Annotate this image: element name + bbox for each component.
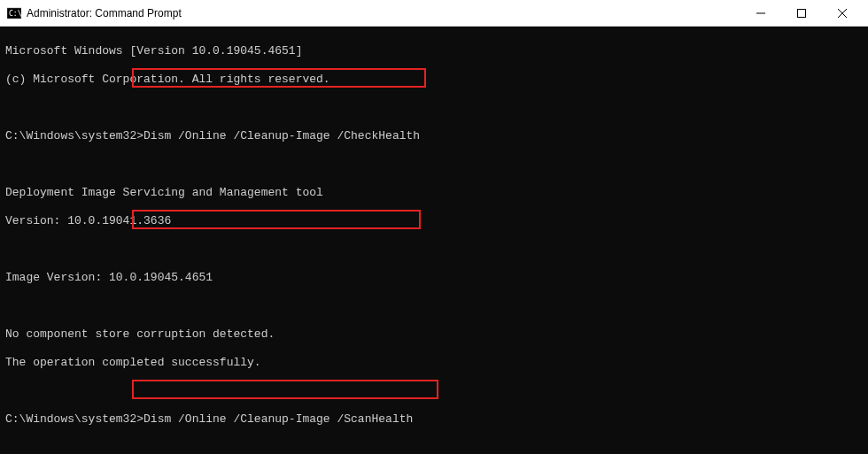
minimize-button[interactable] [740, 0, 781, 27]
maximize-button[interactable] [781, 0, 822, 27]
prompt-line: C:\Windows\system32>Dism /Online /Cleanu… [5, 129, 863, 143]
cmd-icon: C:\ [7, 6, 21, 20]
output-line: No component store corruption detected. [5, 327, 863, 342]
prompt-path: C:\Windows\system32> [5, 129, 143, 142]
svg-text:C:\: C:\ [9, 10, 21, 18]
output-line: (c) Microsoft Corporation. All rights re… [5, 73, 863, 87]
output-line: Microsoft Windows [Version 10.0.19045.46… [5, 44, 863, 58]
window-title: Administrator: Command Prompt [27, 7, 740, 19]
command-text: Dism /Online /Cleanup-Image /CheckHealth [143, 129, 420, 142]
output-line: Image Version: 10.0.19045.4651 [5, 271, 863, 285]
titlebar[interactable]: C:\ Administrator: Command Prompt [0, 0, 868, 27]
terminal-output[interactable]: Microsoft Windows [Version 10.0.19045.46… [0, 27, 868, 454]
command-text: Dism /Online /Cleanup-Image /ScanHealth [143, 412, 413, 426]
output-line: The operation completed successfully. [5, 356, 863, 370]
close-button[interactable] [822, 0, 863, 27]
prompt-path: C:\Windows\system32> [5, 412, 143, 426]
output-line: Deployment Image Servicing and Managemen… [5, 186, 863, 200]
output-line: Version: 10.0.19041.3636 [5, 214, 863, 228]
svg-rect-3 [798, 9, 806, 17]
command-prompt-window: C:\ Administrator: Command Prompt Micros… [0, 0, 868, 454]
window-controls [740, 0, 863, 26]
prompt-line: C:\Windows\system32>Dism /Online /Cleanu… [5, 412, 863, 427]
